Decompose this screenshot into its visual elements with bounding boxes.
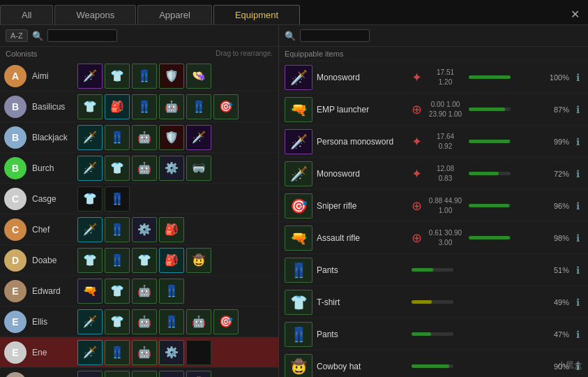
equipment-slot[interactable]: 👖 — [105, 186, 130, 212]
item-icon: 🗡️ — [285, 65, 312, 90]
equipment-slot[interactable]: 👖 — [105, 217, 130, 242]
equipment-slot[interactable]: 🗡️ — [77, 156, 103, 181]
close-button[interactable]: ✕ — [562, 5, 588, 24]
colonist-row[interactable]: BBasilicus👕🎒👖🤖👖🎯 — [0, 91, 278, 122]
equipment-slot[interactable]: ⚙️ — [132, 217, 157, 242]
equipment-slot[interactable]: 🛡️ — [159, 64, 184, 89]
equipment-slot[interactable]: 👖 — [132, 94, 157, 119]
colonist-row[interactable]: DDoabe👕👖👕🎒🤠 — [0, 245, 278, 276]
equipment-slot[interactable]: ⚙️ — [159, 156, 184, 181]
equipment-slot[interactable]: 🤠 — [186, 248, 211, 273]
equipment-slot[interactable]: 🗡️ — [77, 309, 103, 334]
equipment-slot[interactable]: 👕 — [105, 156, 130, 181]
colonist-row[interactable]: BBurch🗡️👕🤖⚙️🥽 — [0, 153, 278, 184]
equipment-slot[interactable]: 👖 — [105, 248, 130, 273]
equipment-slot[interactable]: 🎒 — [159, 217, 184, 242]
equipment-slot[interactable]: 👕 — [105, 64, 130, 89]
equipment-slot[interactable]: 🤖 — [132, 279, 157, 304]
equipment-slot[interactable]: 👖 — [105, 371, 130, 378]
equipment-slot[interactable] — [186, 340, 211, 365]
item-row[interactable]: 👖Pants51%ℹ — [279, 254, 588, 286]
info-icon[interactable]: ℹ — [573, 297, 582, 308]
equipment-slot[interactable]: 🤖 — [132, 309, 157, 334]
az-sort-button[interactable]: A-Z — [6, 29, 28, 42]
search-icon-right: 🔍 — [285, 31, 296, 41]
equipment-slot[interactable]: 👕 — [105, 279, 130, 304]
equipment-slot[interactable]: 🤖 — [186, 309, 211, 334]
item-row[interactable]: 🔫EMP launcher⊕0.00 1.0023.90 1.0087%ℹ — [279, 94, 588, 126]
equipment-slot[interactable]: ⚙️ — [159, 340, 184, 365]
equipment-slot[interactable]: 🗡️ — [77, 125, 103, 150]
equipment-slots: 🗡️👖🤖🛡️🗡️ — [77, 125, 274, 150]
colonist-row[interactable]: EEdward🔫👕🤖👖 — [0, 276, 278, 306]
equipment-slot[interactable]: 👖 — [186, 94, 211, 119]
item-row[interactable]: 🤠Cowboy hat90%ℹ — [279, 350, 588, 377]
equipment-slot[interactable]: 🗡️ — [77, 340, 103, 365]
item-row[interactable]: 👕T-shirt49%ℹ — [279, 286, 588, 318]
equipment-slot[interactable]: 🗡️ — [77, 64, 103, 89]
equipment-slot[interactable]: 👕 — [105, 309, 130, 334]
info-icon[interactable]: ℹ — [573, 104, 582, 115]
equipment-slot[interactable]: 🤠 — [186, 371, 211, 378]
colonist-row[interactable]: AAimi🗡️👕👖🛡️👒 — [0, 61, 278, 91]
item-row[interactable]: 👖Pants47%ℹ — [279, 318, 588, 350]
tab-apparel[interactable]: Apparel — [137, 5, 212, 24]
equipment-slot[interactable]: ⚙️ — [159, 371, 184, 378]
colonist-row[interactable]: BBlackjack🗡️👖🤖🛡️🗡️ — [0, 122, 278, 153]
equipment-slot[interactable]: 👖 — [159, 309, 184, 334]
search-input-left[interactable] — [47, 29, 117, 42]
equipment-slots: 👕🎒👖🤖👖🎯 — [77, 94, 274, 119]
equipment-slot[interactable]: 👖 — [105, 125, 130, 150]
progress-bars — [469, 172, 511, 175]
equipment-slot[interactable]: 👖 — [105, 340, 130, 365]
item-row[interactable]: 🗡️Monosword✦17.511.20100%ℹ — [279, 61, 588, 94]
equipment-slot[interactable]: 🔫 — [77, 371, 103, 378]
equipment-slot[interactable]: 👕 — [77, 94, 103, 119]
equipment-slot[interactable]: 🤖 — [132, 125, 157, 150]
equipment-slot[interactable]: 🛡️ — [159, 125, 184, 150]
info-icon[interactable]: ℹ — [573, 168, 582, 179]
tab-all[interactable]: All — [0, 5, 53, 24]
progress-bars — [412, 364, 453, 368]
info-icon[interactable]: ℹ — [573, 232, 582, 244]
info-icon[interactable]: ℹ — [573, 136, 582, 147]
info-icon[interactable]: ℹ — [573, 72, 582, 83]
tab-weapons[interactable]: Weapons — [54, 5, 136, 24]
equipment-slot[interactable]: 🎒 — [132, 371, 157, 378]
equipment-slot[interactable]: 🎒 — [159, 248, 184, 273]
colonist-row[interactable]: EEllis🗡️👕🤖👖🤖🎯 — [0, 306, 278, 337]
equipment-slot[interactable]: 🗡️ — [186, 125, 211, 150]
item-row[interactable]: 🗡️Monosword✦12.080.8372%ℹ — [279, 158, 588, 190]
equipment-slot[interactable]: 🤖 — [132, 340, 157, 365]
equipment-slot[interactable]: 🔫 — [77, 279, 103, 304]
tab-equipment[interactable]: Equipment — [213, 5, 300, 24]
colonist-row[interactable]: CChef🗡️👖⚙️🎒 — [0, 214, 278, 245]
item-percent: 87% — [545, 105, 569, 114]
colonist-row[interactable]: FFalcon🔫👖🎒⚙️🤠 — [0, 368, 278, 377]
equipment-slot[interactable]: 🗡️ — [77, 217, 103, 242]
equipment-slot[interactable]: 🥽 — [186, 156, 211, 181]
equipment-slot[interactable]: 🤖 — [132, 156, 157, 181]
colonist-row[interactable]: CCasge👕👖 — [0, 184, 278, 214]
colonist-row[interactable]: EEne🗡️👖🤖⚙️ — [0, 337, 278, 368]
equipment-slot[interactable]: 👒 — [186, 64, 211, 89]
item-row[interactable]: 🎯Sniper rifle⊕0.88 44.901.0096%ℹ — [279, 190, 588, 222]
item-row[interactable]: 🔫Assault rifle⊕0.61 30.903.0098%ℹ — [279, 222, 588, 254]
item-stats: ✦17.640.92 — [412, 132, 541, 151]
equipment-slot[interactable]: 👖 — [159, 279, 184, 304]
info-icon[interactable]: ℹ — [573, 200, 582, 212]
stat-numbers: 17.640.92 — [426, 132, 465, 151]
equipment-slot[interactable]: 🎯 — [213, 309, 239, 334]
equipment-slot[interactable]: 🤖 — [159, 94, 184, 119]
equipment-slot[interactable]: 🎯 — [213, 94, 239, 119]
equipment-slot[interactable]: 👕 — [77, 186, 103, 212]
info-icon[interactable]: ℹ — [573, 265, 582, 276]
search-input-right[interactable] — [300, 29, 370, 42]
equipment-slot[interactable]: 👕 — [77, 248, 103, 273]
info-icon[interactable]: ℹ — [573, 329, 582, 340]
equipment-slot[interactable]: 👕 — [132, 248, 157, 273]
equipment-slot[interactable]: 👖 — [132, 64, 157, 89]
equipment-slot[interactable]: 🎒 — [105, 94, 130, 119]
progress-bar — [469, 204, 511, 207]
item-row[interactable]: 🗡️Persona monosword✦17.640.9299%ℹ — [279, 126, 588, 158]
